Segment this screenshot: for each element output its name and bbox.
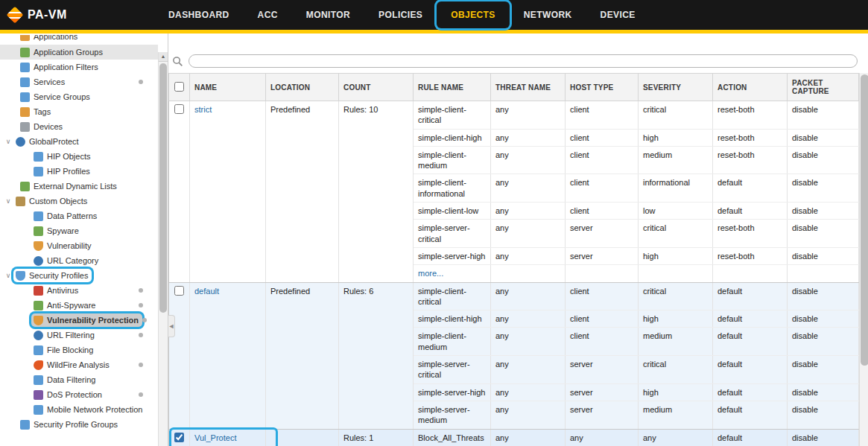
cell-severity: high: [639, 247, 713, 264]
sidebar-item-antivirus[interactable]: Antivirus: [0, 283, 158, 298]
column-header-threat-name[interactable]: THREAT NAME: [491, 74, 566, 101]
sidebar-item-spyware[interactable]: Spyware: [0, 223, 158, 238]
sidebar-item-applications[interactable]: Applications: [0, 35, 158, 45]
content-indicator-dot: [139, 363, 143, 367]
cell-host-type: client: [566, 129, 639, 146]
spyware-icon: [34, 226, 43, 236]
sidebar-item-services[interactable]: Services: [0, 74, 158, 89]
cell-rule-name: simple-client-critical: [414, 101, 491, 130]
sidebar-item-external-dynamic-lists[interactable]: External Dynamic Lists: [0, 179, 158, 194]
sidebar-item-wildfire-analysis[interactable]: WildFire Analysis: [0, 357, 158, 372]
sidebar-item-custom-objects[interactable]: ∨Custom Objects: [0, 194, 158, 208]
sidebar-item-label: File Blocking: [47, 344, 93, 356]
sidebar-item-application-groups[interactable]: Application Groups: [0, 45, 158, 60]
sidebar-item-anti-spyware[interactable]: Anti-Spyware: [0, 298, 158, 313]
profile-name-link[interactable]: default: [194, 287, 219, 296]
sidebar-item-label: Tags: [34, 106, 51, 118]
profile-rule-row: defaultPredefinedRules: 6simple-client-c…: [169, 282, 859, 310]
sidebar-item-content: WildFire Analysis: [31, 358, 113, 372]
tree-expand-icon[interactable]: ∨: [3, 197, 13, 205]
cell-action: reset-both: [713, 247, 788, 264]
application-filters-icon: [20, 63, 30, 72]
sidebar-item-content: Application Filters: [18, 60, 102, 74]
sidebar-item-file-blocking[interactable]: File Blocking: [0, 343, 158, 357]
sidebar-item-data-patterns[interactable]: Data Patterns: [0, 208, 158, 223]
sidebar-item-data-filtering[interactable]: Data Filtering: [0, 372, 158, 387]
cell-packet-capture: disable: [788, 220, 859, 248]
column-header-count[interactable]: COUNT: [339, 74, 414, 101]
row-checkbox[interactable]: [174, 104, 184, 114]
sidebar-collapse-handle[interactable]: ◄: [168, 315, 175, 337]
sidebar-item-hip-profiles[interactable]: HIP Profiles: [0, 164, 158, 179]
nav-tab-policies[interactable]: POLICIES: [364, 1, 437, 28]
scroll-up-icon[interactable]: ▲: [159, 52, 168, 62]
globalprotect-icon: [16, 137, 25, 147]
sidebar-item-url-filtering[interactable]: URL Filtering: [0, 328, 158, 343]
content-indicator-dot: [139, 288, 143, 293]
profile-name-link[interactable]: Vul_Protect: [194, 433, 236, 442]
column-header-rule-name[interactable]: RULE NAME: [414, 74, 491, 101]
sidebar-item-content: Vulnerability Protection: [31, 313, 142, 327]
sidebar-item-security-profile-groups[interactable]: Security Profile Groups: [0, 417, 158, 432]
sidebar-item-dos-protection[interactable]: DoS Protection: [0, 387, 158, 402]
nav-tab-network[interactable]: NETWORK: [510, 1, 586, 28]
select-all-checkbox[interactable]: [174, 82, 184, 92]
sidebar-scrollbar-thumb[interactable]: [159, 63, 167, 313]
profile-name-link[interactable]: strict: [194, 105, 212, 114]
cell-threat-name: any: [491, 203, 566, 220]
row-checkbox[interactable]: [174, 286, 184, 296]
paloalto-logo-icon: [7, 7, 24, 24]
cell-severity: medium: [639, 146, 713, 174]
column-header-severity[interactable]: SEVERITY: [639, 74, 713, 101]
tree-expand-icon[interactable]: ∨: [3, 272, 13, 279]
url-filtering-icon: [34, 331, 43, 340]
column-header-packet-capture[interactable]: PACKET CAPTURE: [788, 74, 859, 101]
table-scrollbar-thumb[interactable]: [861, 74, 868, 366]
table-scrollbar[interactable]: [859, 73, 868, 446]
more-rules-link[interactable]: more...: [418, 269, 443, 278]
nav-tab-monitor[interactable]: MONITOR: [292, 1, 364, 28]
cell-severity: critical: [639, 356, 713, 384]
nav-tab-device[interactable]: DEVICE: [586, 1, 650, 28]
sidebar-scrollbar[interactable]: ▲: [158, 52, 168, 446]
wildfire-analysis-icon: [34, 360, 43, 370]
cell-severity: high: [639, 383, 713, 401]
cell-threat-name: any: [491, 146, 566, 174]
cell-rule-name: simple-client-medium: [414, 146, 491, 174]
sidebar-item-vulnerability[interactable]: Vulnerability: [0, 238, 158, 253]
security-profiles-icon: [16, 271, 25, 281]
column-header-location[interactable]: LOCATION: [266, 74, 339, 101]
sidebar-item-globalprotect[interactable]: ∨GlobalProtect: [0, 134, 158, 149]
nav-tab-dashboard[interactable]: DASHBOARD: [154, 1, 244, 28]
sidebar-item-hip-objects[interactable]: HIP Objects: [0, 149, 158, 164]
row-checkbox[interactable]: [174, 433, 184, 442]
profile-rule-row: Vul_ProtectRules: 1Block_All_Threatsanya…: [169, 429, 859, 446]
column-header-select-all: [169, 74, 190, 101]
nav-tab-objects[interactable]: OBJECTS: [437, 1, 509, 28]
sidebar-item-service-groups[interactable]: Service Groups: [0, 89, 158, 104]
sidebar-item-mobile-network-protection[interactable]: Mobile Network Protection: [0, 402, 158, 417]
sidebar-item-security-profiles[interactable]: ∨Security Profiles: [0, 268, 158, 283]
cell-rule-name: simple-client-high: [414, 129, 491, 146]
cell-action: default: [713, 174, 788, 203]
sidebar-item-tags[interactable]: Tags: [0, 104, 158, 119]
profile-rule-row: strictPredefinedRules: 10simple-client-c…: [169, 101, 859, 130]
sidebar-item-url-category[interactable]: URL Category: [0, 253, 158, 268]
sidebar-item-application-filters[interactable]: Application Filters: [0, 60, 158, 74]
objects-sidebar: ApplicationsApplication GroupsApplicatio…: [0, 34, 168, 446]
column-header-host-type[interactable]: HOST TYPE: [566, 74, 639, 101]
services-icon: [20, 77, 30, 87]
sidebar-item-content: Tags: [18, 105, 54, 118]
sidebar-item-vulnerability-protection[interactable]: Vulnerability Protection: [0, 313, 158, 328]
column-header-name[interactable]: NAME: [190, 74, 266, 101]
search-input[interactable]: [189, 54, 858, 68]
sidebar-item-devices[interactable]: Devices: [0, 119, 158, 134]
column-header-action[interactable]: ACTION: [713, 74, 788, 101]
nav-tab-acc[interactable]: ACC: [244, 1, 292, 28]
sidebar-item-label: Application Groups: [34, 46, 103, 58]
brand-name: PA-VM: [28, 8, 67, 22]
cell-select: [169, 282, 190, 429]
tree-expand-icon[interactable]: ∨: [3, 138, 13, 145]
sidebar-item-content: Security Profile Groups: [18, 418, 121, 431]
service-groups-icon: [20, 92, 30, 102]
